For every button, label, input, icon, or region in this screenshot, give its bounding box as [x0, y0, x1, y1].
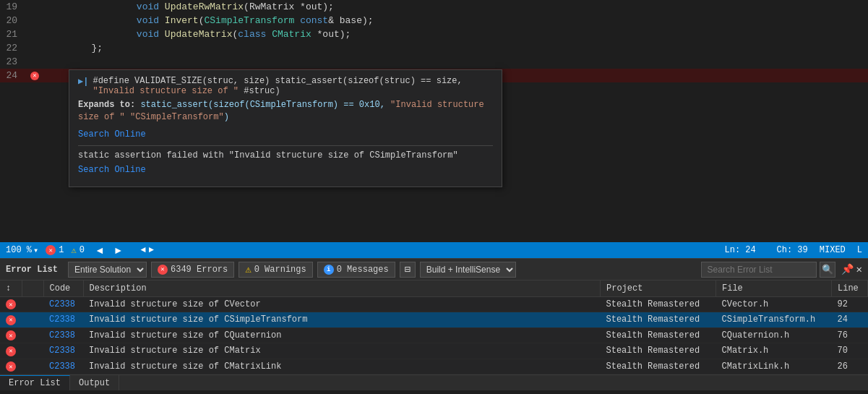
lang-info: L [857, 245, 862, 255]
row-code-4[interactable]: C2338 [43, 359, 83, 374]
cursor-position: Ln: 24 Ch: 39 [725, 245, 808, 255]
col-header-project[interactable]: Project [601, 280, 716, 296]
table-row[interactable]: ✕ C2338 Invalid structure size of CQuate… [0, 327, 868, 343]
panel-toolbar: Error List Entire Solution ✕ 6349 Errors… [0, 259, 868, 280]
search-error-button[interactable]: 🔍 [820, 262, 835, 278]
row-code-0[interactable]: C2338 [43, 296, 83, 312]
tab-error-list[interactable]: Error List [0, 375, 70, 390]
row-icon-4: ✕ [0, 359, 22, 374]
messages-filter-button[interactable]: i 0 Messages [317, 262, 395, 278]
row-num-2 [22, 327, 43, 343]
col-header-description[interactable]: Description [83, 280, 601, 296]
errors-filter-button[interactable]: ✕ 6349 Errors [151, 262, 234, 278]
scroll-controls: ◄ ► [141, 245, 154, 255]
row-num-4 [22, 359, 43, 374]
tooltip-define-icon: ▶| [78, 76, 88, 87]
error-code-link[interactable]: C2338 [49, 314, 75, 325]
line-number-22: 22 [0, 43, 29, 53]
row-file-4: CMatrixLink.h [716, 359, 832, 374]
error-table: ↕ Code Description Project File Line ✕ C… [0, 280, 868, 374]
error-code-link[interactable]: C2338 [49, 330, 75, 341]
row-code-3[interactable]: C2338 [43, 343, 83, 359]
row-project-2: Stealth Remastered [601, 327, 716, 343]
line-content-21: void UpdateMatrix(class CMatrix *out); [40, 29, 868, 40]
search-online-link-1[interactable]: Search Online [78, 129, 493, 140]
col-header-file[interactable]: File [716, 280, 832, 296]
row-project-0: Stealth Remastered [601, 296, 716, 312]
scroll-left-icon[interactable]: ◄ [141, 245, 146, 255]
row-desc-1: Invalid structure size of CSimpleTransfo… [83, 312, 601, 328]
tooltip-define-text: #define VALIDATE_SIZE(struc, size) stati… [93, 76, 493, 96]
line-info: Ln: 24 [725, 245, 756, 255]
col-header-num[interactable]: ↕ [0, 280, 22, 296]
status-errors[interactable]: ✕ 1 [46, 245, 64, 255]
error-count: 1 [59, 245, 64, 255]
editor-area: 19 void UpdateRwMatrix(RwMatrix *out); 2… [0, 0, 868, 242]
tooltip-define-line: ▶| #define VALIDATE_SIZE(struc, size) st… [78, 76, 493, 96]
row-file-0: CVector.h [716, 296, 832, 312]
row-icon-0: ✕ [0, 296, 22, 312]
zoom-dropdown-icon[interactable]: ▾ [33, 245, 38, 256]
warnings-filter-button[interactable]: ⚠ 0 Warnings [239, 262, 312, 278]
error-row-icon: ✕ [6, 299, 16, 309]
tooltip-expands: Expands to: static_assert(sizeof(CSimple… [78, 99, 493, 124]
line-indicator-24: ✕ [29, 72, 40, 80]
scroll-right-icon[interactable]: ► [149, 245, 154, 255]
search-online-link-2[interactable]: Search Online [78, 165, 493, 175]
status-zoom[interactable]: 100 % ▾ [6, 245, 38, 256]
row-line-4: 26 [832, 359, 868, 374]
row-desc-0: Invalid structure size of CVector [83, 296, 601, 312]
col-header-line[interactable]: Line [832, 280, 868, 296]
error-badge-icon: ✕ [158, 265, 168, 275]
row-file-3: CMatrix.h [716, 343, 832, 359]
error-code-link[interactable]: C2338 [49, 299, 75, 309]
row-file-2: CQuaternion.h [716, 327, 832, 343]
table-row[interactable]: ✕ C2338 Invalid structure size of CSimpl… [0, 312, 868, 328]
panel-close-icon[interactable]: ✕ [856, 263, 862, 275]
messages-badge-label: 0 Messages [337, 265, 389, 275]
error-table-body: ✕ C2338 Invalid structure size of CVecto… [0, 296, 868, 374]
error-row-icon: ✕ [6, 330, 16, 341]
tab-output[interactable]: Output [70, 375, 119, 390]
message-badge-icon: i [324, 265, 334, 275]
nav-back-button[interactable]: ◄ [92, 244, 108, 256]
warning-badge-icon: ⚠ [245, 263, 251, 275]
error-row-icon: ✕ [6, 315, 16, 325]
col-info: Ch: 39 [777, 245, 808, 255]
row-line-0: 92 [832, 296, 868, 312]
status-warnings[interactable]: ⚠ 0 [71, 245, 84, 256]
row-project-1: Stealth Remastered [601, 312, 716, 328]
filter-button[interactable]: ⊟ [400, 262, 416, 278]
status-warning-icon: ⚠ [71, 245, 76, 256]
line-number-19: 19 [0, 1, 29, 12]
table-header-row: ↕ Code Description Project File Line [0, 280, 868, 296]
search-error-input[interactable] [701, 262, 817, 278]
line-number-23: 23 [0, 56, 29, 67]
tooltip-divider [78, 145, 493, 146]
error-code-link[interactable]: C2338 [49, 361, 75, 372]
table-row[interactable]: ✕ C2338 Invalid structure size of CMatri… [0, 359, 868, 374]
zoom-value: 100 % [6, 245, 32, 255]
row-icon-3: ✕ [0, 343, 22, 359]
scope-select[interactable]: Entire Solution [68, 262, 147, 278]
error-dot-24: ✕ [30, 72, 39, 80]
table-row[interactable]: ✕ C2338 Invalid structure size of CMatri… [0, 343, 868, 359]
row-icon-2: ✕ [0, 327, 22, 343]
row-code-1[interactable]: C2338 [43, 312, 83, 328]
code-line-22: 22 }; [0, 41, 868, 55]
pin-panel-icon[interactable]: 📌 [841, 263, 854, 275]
status-error-icon: ✕ [46, 245, 56, 255]
build-filter-select[interactable]: Build + IntelliSense [420, 262, 516, 278]
col-header-num2[interactable] [22, 280, 43, 296]
row-desc-3: Invalid structure size of CMatrix [83, 343, 601, 359]
code-line-19: 19 void UpdateRwMatrix(RwMatrix *out); [0, 0, 868, 14]
row-num-3 [22, 343, 43, 359]
status-nav: ◄ ► [92, 244, 126, 256]
line-number-24: 24 [0, 70, 29, 81]
row-code-2[interactable]: C2338 [43, 327, 83, 343]
col-header-code[interactable]: Code [43, 280, 83, 296]
table-row[interactable]: ✕ C2338 Invalid structure size of CVecto… [0, 296, 868, 312]
nav-forward-button[interactable]: ► [111, 244, 126, 256]
row-file-1: CSimpleTransform.h [716, 312, 832, 328]
error-code-link[interactable]: C2338 [49, 346, 75, 356]
